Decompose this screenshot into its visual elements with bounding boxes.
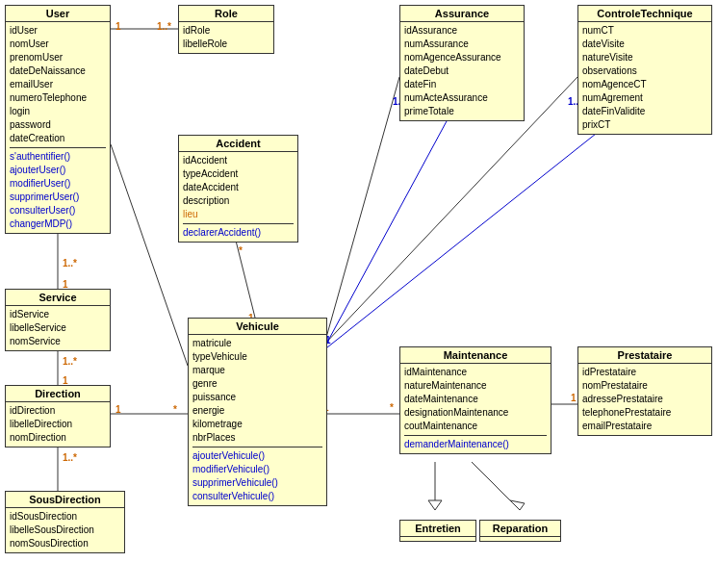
mult-user-role-2: 1..* — [157, 21, 171, 32]
svg-marker-14 — [510, 500, 525, 510]
class-user-body: idUser nomUser prenomUser dateDeNaissanc… — [6, 22, 110, 233]
svg-line-13 — [472, 462, 520, 510]
svg-line-15 — [322, 96, 460, 351]
mult-dir-sousdir-1: 1..* — [63, 452, 77, 463]
class-accident-title: Accident — [179, 136, 297, 152]
class-assurance-body: idAssurance numAssurance nomAgenceAssura… — [400, 22, 524, 120]
class-role-body: idRole libelleRole — [179, 22, 273, 53]
mult-service-dir-1: 1..* — [63, 356, 77, 367]
class-entretien: Entretien — [399, 520, 476, 542]
mult-user-role-1: 1 — [115, 21, 121, 32]
class-accident-body: idAccident typeAccident dateAccident des… — [179, 152, 297, 242]
class-prestataire: Prestataire idPrestataire nomPrestataire… — [577, 346, 712, 436]
class-user: User idUser nomUser prenomUser dateDeNai… — [5, 5, 111, 234]
class-direction-body: idDirection libelleDirection nomDirectio… — [6, 402, 110, 447]
class-ct-title: ControleTechnique — [578, 6, 711, 22]
diagram-container: 1 1..* 1..* 1 1..* 1 1..* 1 * 1 * * 1 1 … — [0, 0, 718, 588]
class-service-body: idService libelleService nomService — [6, 306, 110, 350]
class-reparation-title: Reparation — [480, 521, 560, 537]
class-accident: Accident idAccident typeAccident dateAcc… — [178, 135, 298, 243]
class-maintenance: Maintenance idMaintenance natureMaintena… — [399, 346, 551, 454]
class-service-title: Service — [6, 290, 110, 306]
class-prestataire-title: Prestataire — [578, 347, 711, 364]
class-vehicule-body: matricule typeVehicule marque genre puis… — [189, 335, 326, 505]
class-sous-direction: SousDirection idSousDirection libelleSou… — [5, 491, 125, 553]
mult-maint-prest-2: 1 — [571, 393, 577, 403]
class-user-title: User — [6, 6, 110, 22]
svg-line-6 — [322, 77, 399, 351]
class-service: Service idService libelleService nomServ… — [5, 289, 111, 351]
class-sous-direction-title: SousDirection — [6, 492, 124, 508]
mult-dir-veh-1: 1 — [115, 404, 121, 415]
class-entretien-body — [400, 537, 475, 541]
class-assurance: Assurance idAssurance numAssurance nomAg… — [399, 5, 525, 121]
class-direction: Direction idDirection libelleDirection n… — [5, 385, 111, 447]
mult-dir-veh-2: * — [173, 404, 177, 415]
mult-veh-maint-2: * — [390, 402, 394, 413]
svg-line-4 — [111, 144, 188, 366]
class-controle-technique: ControleTechnique numCT dateVisite natur… — [577, 5, 712, 135]
class-maintenance-body: idMaintenance natureMaintenance dateMain… — [400, 364, 551, 453]
class-vehicule: Vehicule matricule typeVehicule marque g… — [188, 318, 327, 506]
mult-user-service-1: 1..* — [63, 258, 77, 268]
class-assurance-title: Assurance — [400, 6, 524, 22]
class-prestataire-body: idPrestataire nomPrestataire adressePres… — [578, 364, 711, 435]
class-entretien-title: Entretien — [400, 521, 475, 537]
class-maintenance-title: Maintenance — [400, 347, 551, 364]
class-ct-body: numCT dateVisite natureVisite observatio… — [578, 22, 711, 134]
class-role-title: Role — [179, 6, 273, 22]
svg-marker-12 — [428, 500, 442, 510]
class-reparation: Reparation — [479, 520, 561, 542]
class-role: Role idRole libelleRole — [178, 5, 274, 54]
class-reparation-body — [480, 537, 560, 541]
class-sous-direction-body: idSousDirection libelleSousDirection nom… — [6, 508, 124, 552]
mult-acc-veh-1: * — [239, 245, 243, 256]
class-direction-title: Direction — [6, 386, 110, 402]
class-vehicule-title: Vehicule — [189, 319, 326, 335]
